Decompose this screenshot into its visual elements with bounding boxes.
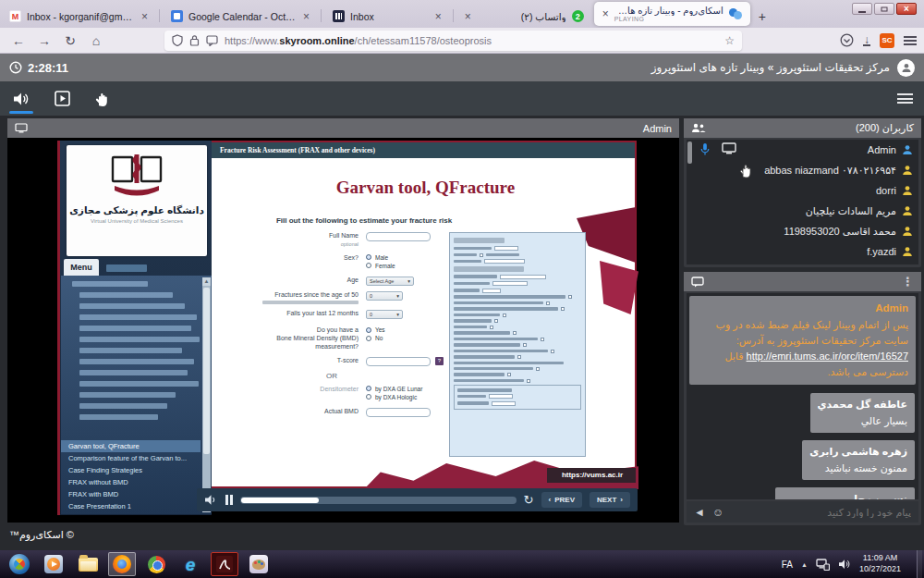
menu-item[interactable]: Comparison feature of the Garvan to... — [61, 452, 201, 464]
acrobat-icon[interactable] — [211, 552, 238, 576]
slide-title: Garvan tool, QFracture — [244, 178, 607, 198]
network-icon[interactable] — [816, 559, 830, 571]
avatar-icon[interactable] — [897, 59, 915, 77]
scroll-up-icon[interactable]: ▲ — [202, 277, 211, 286]
tray-speaker-icon[interactable] — [838, 559, 851, 570]
layout-menu-icon[interactable] — [897, 93, 913, 104]
tab-close-icon[interactable]: × — [465, 10, 471, 23]
url-bar[interactable]: https://www.skyroom.online/ch/etessam115… — [164, 31, 742, 51]
user-row[interactable]: مریم السادات نیلچیان — [687, 201, 918, 221]
close-window-button[interactable]: × — [896, 3, 917, 15]
tab-skyroom-active[interactable]: × اسکای‌روم - وبینار تازه های استئو… PLA… — [594, 2, 750, 26]
next-button[interactable]: NEXT› — [590, 492, 630, 508]
tab-close-icon[interactable]: × — [435, 10, 442, 23]
menu-item[interactable]: FRAX without BMD — [61, 476, 201, 488]
menu-scrollbar[interactable]: ▲ ▲ — [202, 277, 211, 512]
user-row[interactable]: dorri — [687, 180, 918, 201]
male-radio[interactable] — [366, 254, 371, 260]
menu-icon[interactable] — [904, 36, 917, 45]
inbox-icon — [333, 10, 345, 22]
message-author: نسرین رجایی — [783, 491, 907, 499]
refresh-icon[interactable]: ↻ — [524, 493, 534, 507]
tray-expand-icon[interactable]: ▲ — [801, 561, 808, 568]
female-radio[interactable] — [366, 263, 371, 268]
scroll-thumb[interactable] — [203, 288, 210, 454]
speaker-button[interactable] — [11, 88, 31, 110]
user-icon — [902, 144, 913, 155]
falls-select[interactable]: 0▾ — [366, 310, 403, 319]
university-logo-card: دانشگاه علوم پزشکی مجازی Virtual Univers… — [67, 145, 207, 256]
bmd-no-radio[interactable] — [366, 336, 371, 341]
bmd-yes-radio[interactable] — [366, 327, 371, 333]
menu-tab[interactable]: Menu — [64, 259, 99, 276]
firefox-icon[interactable] — [108, 552, 136, 576]
fractures-select[interactable]: 0▾ — [366, 291, 403, 301]
user-row[interactable]: abbas niazmand ۰۷۸۰۲۱۶۹۵۴ — [687, 160, 918, 180]
back-icon[interactable]: ← — [7, 31, 30, 51]
kebab-menu-icon[interactable]: ⋮ — [902, 275, 914, 289]
tscore-input[interactable] — [366, 357, 431, 366]
shield-icon[interactable] — [172, 34, 183, 46]
download-icon[interactable]: ↓ — [863, 35, 870, 46]
emoji-icon[interactable]: ☺ — [712, 506, 723, 519]
home-icon[interactable]: ⌂ — [85, 31, 107, 51]
new-tab-button[interactable]: + — [751, 9, 773, 28]
permissions-icon[interactable] — [206, 35, 218, 46]
tray-clock[interactable]: 11:09 AM 10/27/2021 — [859, 553, 905, 574]
mic-icon[interactable] — [699, 142, 711, 156]
show-desktop-button[interactable] — [917, 550, 922, 578]
mouse-cursor-hand — [739, 163, 753, 178]
media-player-icon[interactable] — [40, 552, 67, 576]
vums-link[interactable]: https://vums.ac.ir — [551, 471, 634, 479]
internet-explorer-icon[interactable]: e — [176, 552, 204, 576]
tab-close-icon[interactable]: × — [602, 7, 609, 20]
prev-button[interactable]: ‹PREV — [541, 492, 582, 508]
explorer-icon[interactable] — [74, 552, 102, 576]
raise-hand-button[interactable] — [92, 88, 113, 110]
menu-item[interactable]: Case Finding Strategies — [61, 464, 201, 476]
user-row[interactable]: f.yazdi — [687, 241, 918, 262]
reload-icon[interactable]: ↻ — [59, 31, 81, 51]
start-button[interactable] — [6, 552, 33, 576]
skyroom-toolbar — [0, 81, 924, 116]
tab-whatsapp[interactable]: 2 واتساب (۲) × — [456, 5, 592, 28]
menu-item-selected[interactable]: Garvan tool, QFracture — [61, 440, 201, 452]
lock-icon[interactable] — [189, 34, 200, 46]
forward-icon[interactable]: → — [33, 31, 55, 51]
media-player-button[interactable] — [52, 88, 72, 110]
age-label: Age — [225, 277, 366, 285]
chrome-icon[interactable] — [142, 552, 170, 576]
pause-button[interactable] — [225, 495, 233, 505]
user-name: مریم السادات نیلچیان — [806, 205, 896, 217]
language-indicator[interactable]: FA — [782, 560, 793, 570]
tab-gmail[interactable]: M Inbox - kgorganif@gmail.com × — [1, 5, 156, 28]
send-icon[interactable]: ◄ — [694, 506, 705, 519]
actual-bmd-input[interactable] — [366, 408, 431, 417]
dxa-lunar-radio[interactable] — [366, 386, 371, 391]
menu-item[interactable]: FRAX with BMD — [61, 488, 201, 500]
paint-icon[interactable] — [245, 552, 273, 576]
dxa-hologic-radio[interactable] — [366, 394, 371, 400]
pocket-icon[interactable] — [840, 33, 854, 47]
tab-calendar[interactable]: Google Calendar - October 2021 × — [163, 5, 318, 28]
extension-badge[interactable]: SC — [880, 33, 894, 48]
age-select[interactable]: Select Age▾ — [366, 277, 414, 286]
menu-item[interactable]: Case Presentation 1 — [61, 500, 201, 512]
bookmark-star-icon[interactable]: ☆ — [724, 34, 735, 47]
tab-inbox[interactable]: Inbox × — [324, 5, 450, 28]
user-row-admin[interactable]: Admin — [687, 140, 918, 160]
tab-close-icon[interactable]: × — [141, 10, 148, 23]
screen-icon[interactable] — [722, 142, 736, 154]
maximize-button[interactable] — [874, 3, 894, 15]
pinned-link[interactable]: http://emri.tums.ac.ir/orc/item/16527 — [747, 350, 908, 362]
help-button[interactable]: ? — [435, 357, 444, 365]
tab-separator — [159, 9, 160, 22]
progress-bar[interactable] — [240, 497, 517, 504]
volume-icon[interactable] — [204, 494, 218, 506]
minimize-button[interactable] — [852, 3, 872, 15]
resources-tab-blurred[interactable] — [106, 264, 147, 272]
tab-close-icon[interactable]: × — [303, 10, 310, 23]
full-name-input[interactable] — [366, 232, 431, 241]
chat-input[interactable] — [731, 507, 911, 518]
user-row[interactable]: محمد اقاسی 1198953020 — [687, 221, 918, 241]
